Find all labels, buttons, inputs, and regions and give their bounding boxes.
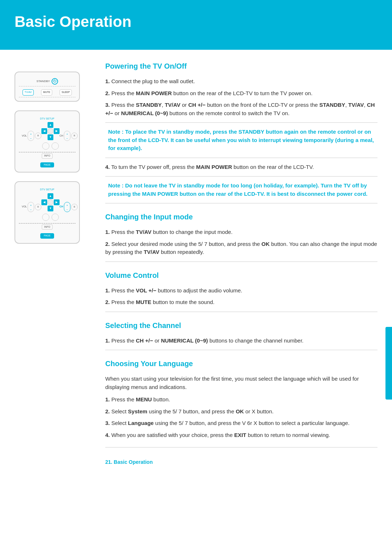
dpad-left: ◀ (41, 128, 47, 134)
step-power-2: 2. Press the MAIN POWER button on the re… (105, 89, 377, 98)
remote-illustration-1: STANDBY ⏻ TV/AV MUTE SLEEP (15, 72, 80, 102)
vol-side: VOL + − ≡ (22, 131, 41, 141)
dpad-center-btn (48, 128, 53, 134)
standby-area-1: STANDBY ⏻ (36, 78, 58, 85)
divider-step4 (105, 158, 377, 158)
content-area: STANDBY ⏻ TV/AV MUTE SLEEP DTV SETUP VOL (0, 61, 392, 470)
dpad3-tl (41, 193, 47, 199)
ch-icon-3: + − (64, 202, 70, 212)
dpad3-tr (54, 193, 60, 199)
dpad3-bl (41, 206, 47, 211)
ch-icon: + − (64, 131, 70, 141)
circle3-btn-l (42, 214, 49, 221)
channel-title: Selecting the Channel (105, 320, 377, 332)
right-accent-bar (385, 327, 392, 400)
dpad3-right: ▶ (54, 199, 60, 205)
dpad-br (54, 134, 60, 140)
right-column: Powering the TV On/Off 1. Connect the pl… (105, 61, 377, 470)
dpad-up: ▲ (48, 122, 53, 128)
footer-divider (105, 447, 377, 447)
remote-middle-2: DTV SETUP VOL + − ≡ (19, 115, 75, 153)
circle-btn-r (52, 142, 59, 150)
lower-btns-3 (42, 214, 59, 221)
remote-illustration-3: DTV SETUP VOL + − ≡ (15, 181, 80, 244)
step-power-1: 1. Connect the plug to the wall outlet. (105, 77, 377, 86)
divider-after-channel (105, 350, 377, 350)
remote-top-1: STANDBY ⏻ (19, 76, 75, 86)
step-vol-1: 1. Press the VOL +/− buttons to adjust t… (105, 287, 377, 295)
step-num: 1. (105, 78, 110, 84)
circle3-btn-r (52, 214, 59, 221)
vol-side-3: VOL + − ≡ (22, 202, 41, 212)
page-btn-2: PAGE (40, 162, 54, 168)
dpad3-left: ◀ (41, 199, 47, 205)
volume-title: Volume Control (105, 270, 377, 282)
button-row-1: TV/AV MUTE SLEEP (19, 88, 75, 97)
info-row-2: INFO (19, 152, 75, 160)
vol-icon: + − (28, 131, 34, 141)
dtv-label-3: DTV SETUP (19, 188, 75, 192)
step-ch-1: 1. Press the CH +/− or NUMERICAL (0~9) b… (105, 337, 377, 345)
blue-strip (0, 43, 392, 50)
divider-after-input (105, 262, 377, 262)
step-lang-4: 4. When you are satisfied with your choi… (105, 431, 377, 439)
vol-icon-3: + − (28, 202, 34, 212)
step-lang-3: 3. Select Language using the 5/ 7 button… (105, 419, 377, 428)
section-volume: Volume Control 1. Press the VOL +/− butt… (105, 270, 377, 312)
header-bar: Basic Operation (0, 0, 392, 43)
page-btn-3: PAGE (40, 233, 54, 239)
remote-middle-3: DTV SETUP VOL + − ≡ (19, 186, 75, 223)
dpad3-center-btn (48, 199, 53, 205)
ch-side-3: CH + − ≡ (60, 202, 78, 212)
mute-button-1: MUTE (41, 89, 53, 96)
dpad-center-2: ▲ ◀ ▶ ▼ (41, 122, 60, 150)
dpad-cross-3: ▲ ◀ ▶ ▼ (41, 193, 60, 211)
input-title: Changing the Input mode (105, 211, 377, 224)
section-channel: Selecting the Channel 1. Press the CH +/… (105, 320, 377, 351)
step-input-2: 2. Select your desired mode using the 5/… (105, 240, 377, 256)
step-vol-2: 2. Press the MUTE button to mute the sou… (105, 298, 377, 307)
divider-after-powering (105, 203, 377, 203)
page-row-2: PAGE (19, 160, 75, 169)
section-language: Choosing Your Language When you start us… (105, 358, 377, 439)
language-intro: When you start using your television for… (105, 375, 377, 391)
info-row-3: INFO (19, 223, 75, 231)
dpad3-up: ▲ (48, 193, 53, 199)
info-btn-2: INFO (42, 153, 53, 159)
eq-icon-2: ≡ (71, 133, 78, 139)
footer-page-label: 21. Basic Operation (105, 458, 377, 466)
dpad-tr (54, 122, 60, 128)
lower-btns-2 (42, 142, 59, 150)
sleep-button-1: SLEEP (60, 89, 72, 96)
divider-after-volume (105, 312, 377, 312)
step-input-1: 1. Press the TV/AV button to change the … (105, 228, 377, 236)
dpad-bl (41, 134, 47, 140)
dpad-area-3: VOL + − ≡ ▲ (19, 193, 75, 221)
step-lang-2: 2. Select System using the 5/ 7 button, … (105, 408, 377, 416)
eq-icon-ch3: ≡ (71, 204, 78, 210)
dpad3-down: ▼ (48, 206, 53, 211)
ch-side: CH + − ≡ (60, 131, 78, 141)
page-title: Basic Operation (15, 10, 377, 33)
dpad-down: ▼ (48, 134, 53, 140)
standby-label-1: STANDBY (36, 79, 50, 84)
dpad-center-3: ▲ ◀ ▶ ▼ (41, 193, 60, 221)
left-column: STANDBY ⏻ TV/AV MUTE SLEEP DTV SETUP VOL (15, 61, 94, 470)
tvav-button-1: TV/AV (23, 89, 34, 96)
step-power-4: 4. To turn the TV power off, press the M… (105, 163, 377, 171)
step-lang-1: 1. Press the MENU button. (105, 396, 377, 404)
info-btn-3: INFO (42, 224, 53, 230)
powering-title: Powering the TV On/Off (105, 61, 377, 73)
eq-icon: ≡ (35, 133, 41, 139)
section-powering: Powering the TV On/Off 1. Connect the pl… (105, 61, 377, 203)
note-box-2: Note : Do not leave the TV in standby mo… (105, 182, 377, 198)
dpad-right: ▶ (54, 128, 60, 134)
dpad3-br (54, 206, 60, 211)
dtv-label-2: DTV SETUP (19, 117, 75, 121)
page-row-3: PAGE (19, 231, 75, 239)
step-power-3: 3. Press the STANDBY, TV/AV or CH +/− bu… (105, 101, 377, 117)
eq-icon-3: ≡ (35, 204, 41, 210)
remote-illustration-2: DTV SETUP VOL + − ≡ (15, 110, 80, 173)
circle-btn-l (42, 142, 49, 150)
note-box-1: Note : To place the TV in standby mode, … (105, 128, 377, 153)
